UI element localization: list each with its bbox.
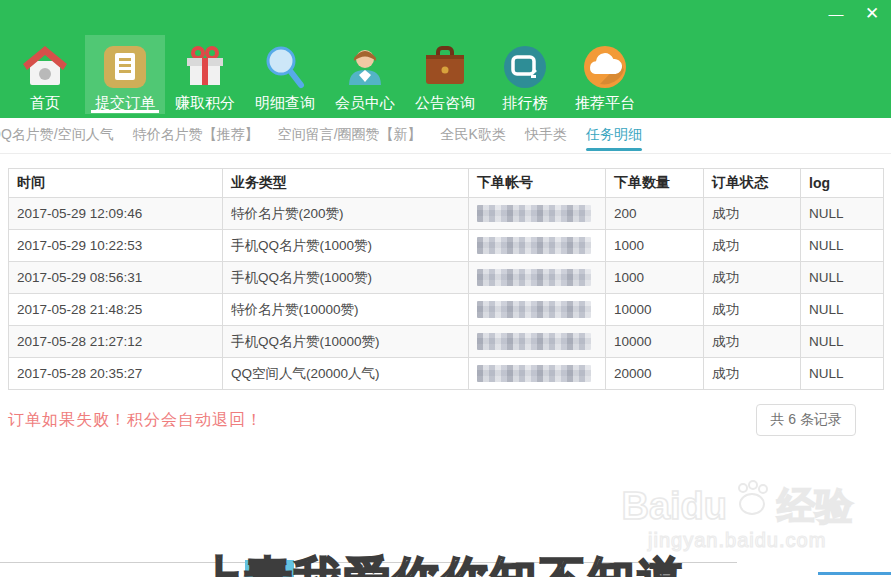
- watermark-brand-cn: 经验: [777, 487, 853, 525]
- nav-item-label: 排行榜: [503, 94, 548, 113]
- cell-time: 2017-05-29 12:09:46: [9, 198, 223, 230]
- tab-task-details[interactable]: 任务明细: [586, 118, 642, 154]
- nav-item-label: 首页: [30, 94, 60, 113]
- table-row: 2017-05-28 21:48:25 特价名片赞(10000赞) 10000 …: [9, 294, 884, 326]
- magnifier-icon: [261, 43, 309, 91]
- order-doc-icon: [101, 43, 149, 91]
- baidu-jingyan-watermark: Baidu 经验 jingyan.baidu.com: [621, 487, 853, 552]
- minimize-button[interactable]: —: [823, 2, 849, 26]
- cell-log: NULL: [801, 230, 884, 262]
- briefcase-icon: [421, 43, 469, 91]
- footer-text-prefix: 上: [196, 552, 245, 577]
- account-mask: [477, 205, 591, 222]
- window-controls: — ✕: [823, 2, 885, 26]
- nav-item-detail-query[interactable]: 明细查询: [245, 35, 325, 114]
- watermark-brand-latin: Baidu: [621, 487, 727, 525]
- cell-log: NULL: [801, 358, 884, 390]
- account-mask: [477, 237, 591, 254]
- cell-time: 2017-05-29 10:22:53: [9, 230, 223, 262]
- footer-text-highlighted: 青: [245, 552, 294, 577]
- tab-qq-card-likes[interactable]: QQ名片赞/空间人气: [0, 118, 114, 154]
- gift-icon: [181, 43, 229, 91]
- nav-item-rankings[interactable]: 排行榜: [485, 35, 565, 114]
- cell-type: QQ空间人气(20000人气): [223, 358, 469, 390]
- column-header-time: 时间: [9, 169, 223, 198]
- footer-big-text: 上青我爱你你知不知道: [196, 554, 686, 577]
- orders-table-container: 时间 业务类型 下单帐号 下单数量 订单状态 log 2017-05-29 12…: [8, 168, 884, 390]
- cell-log: NULL: [801, 262, 884, 294]
- cell-type: 手机QQ名片赞(1000赞): [223, 262, 469, 294]
- cell-account: [469, 326, 606, 358]
- nav-item-label: 提交订单: [95, 94, 155, 113]
- cell-status: 成功: [704, 326, 801, 358]
- orders-table: 时间 业务类型 下单帐号 下单数量 订单状态 log 2017-05-29 12…: [8, 168, 884, 390]
- tab-bar: QQ名片赞/空间人气 特价名片赞【推荐】 空间留言/圈圈赞【新】 全民K歌类 快…: [0, 118, 891, 154]
- cell-account: [469, 358, 606, 390]
- tab-special-card-likes[interactable]: 特价名片赞【推荐】: [133, 118, 259, 154]
- nav-item-label: 赚取积分: [175, 94, 235, 113]
- cell-time: 2017-05-29 08:56:31: [9, 262, 223, 294]
- nav-item-label: 明细查询: [255, 94, 315, 113]
- tab-karaoke[interactable]: 全民K歌类: [441, 118, 506, 154]
- nav-item-earn-points[interactable]: 赚取积分: [165, 35, 245, 114]
- member-icon: [341, 43, 389, 91]
- nav-item-member-center[interactable]: 会员中心: [325, 35, 405, 114]
- nav-item-label: 会员中心: [335, 94, 395, 113]
- cell-log: NULL: [801, 326, 884, 358]
- column-header-log: log: [801, 169, 884, 198]
- main-nav: 首页 提交订单 赚取积分: [5, 35, 645, 114]
- table-row: 2017-05-28 20:35:27 QQ空间人气(20000人气) 2000…: [9, 358, 884, 390]
- close-button[interactable]: ✕: [859, 2, 885, 26]
- cell-account: [469, 198, 606, 230]
- nav-item-submit-order[interactable]: 提交订单: [85, 35, 165, 114]
- cell-account: [469, 262, 606, 294]
- paw-print-icon: [731, 480, 773, 522]
- cell-status: 成功: [704, 198, 801, 230]
- account-mask: [477, 365, 591, 382]
- column-header-status: 订单状态: [704, 169, 801, 198]
- refund-notice-text: 订单如果失败！积分会自动退回！: [8, 410, 263, 431]
- ranking-icon: [501, 43, 549, 91]
- cell-quantity: 200: [606, 198, 704, 230]
- account-mask: [477, 269, 591, 286]
- cell-log: NULL: [801, 198, 884, 230]
- table-row: 2017-05-28 21:27:12 手机QQ名片赞(10000赞) 1000…: [9, 326, 884, 358]
- record-count-badge: 共 6 条记录: [756, 404, 856, 436]
- table-header-row: 时间 业务类型 下单帐号 下单数量 订单状态 log: [9, 169, 884, 198]
- nav-item-announcements[interactable]: 公告咨询: [405, 35, 485, 114]
- cell-status: 成功: [704, 230, 801, 262]
- nav-item-home[interactable]: 首页: [5, 35, 85, 114]
- table-row: 2017-05-29 08:56:31 手机QQ名片赞(1000赞) 1000 …: [9, 262, 884, 294]
- cell-type: 特价名片赞(200赞): [223, 198, 469, 230]
- tab-space-messages[interactable]: 空间留言/圈圈赞【新】: [278, 118, 422, 154]
- cell-status: 成功: [704, 262, 801, 294]
- cell-type: 特价名片赞(10000赞): [223, 294, 469, 326]
- cell-quantity: 10000: [606, 326, 704, 358]
- column-header-account: 下单帐号: [469, 169, 606, 198]
- nav-item-platform[interactable]: 推荐平台: [565, 35, 645, 114]
- table-row: 2017-05-29 10:22:53 手机QQ名片赞(1000赞) 1000 …: [9, 230, 884, 262]
- nav-item-label: 推荐平台: [575, 94, 635, 113]
- cloud-icon: [581, 43, 629, 91]
- cell-status: 成功: [704, 358, 801, 390]
- cell-time: 2017-05-28 21:48:25: [9, 294, 223, 326]
- cell-time: 2017-05-28 20:35:27: [9, 358, 223, 390]
- tab-kuaishou[interactable]: 快手类: [525, 118, 567, 154]
- column-header-type: 业务类型: [223, 169, 469, 198]
- cell-quantity: 10000: [606, 294, 704, 326]
- watermark-brand: Baidu 经验: [621, 487, 853, 525]
- cell-quantity: 20000: [606, 358, 704, 390]
- nav-item-label: 公告咨询: [415, 94, 475, 113]
- cell-account: [469, 230, 606, 262]
- home-icon: [21, 43, 69, 91]
- cell-account: [469, 294, 606, 326]
- column-header-quantity: 下单数量: [606, 169, 704, 198]
- cell-type: 手机QQ名片赞(10000赞): [223, 326, 469, 358]
- watermark-url: jingyan.baidu.com: [621, 529, 853, 552]
- cell-time: 2017-05-28 21:27:12: [9, 326, 223, 358]
- cell-log: NULL: [801, 294, 884, 326]
- cell-quantity: 1000: [606, 262, 704, 294]
- cell-type: 手机QQ名片赞(1000赞): [223, 230, 469, 262]
- cell-quantity: 1000: [606, 230, 704, 262]
- account-mask: [477, 301, 591, 318]
